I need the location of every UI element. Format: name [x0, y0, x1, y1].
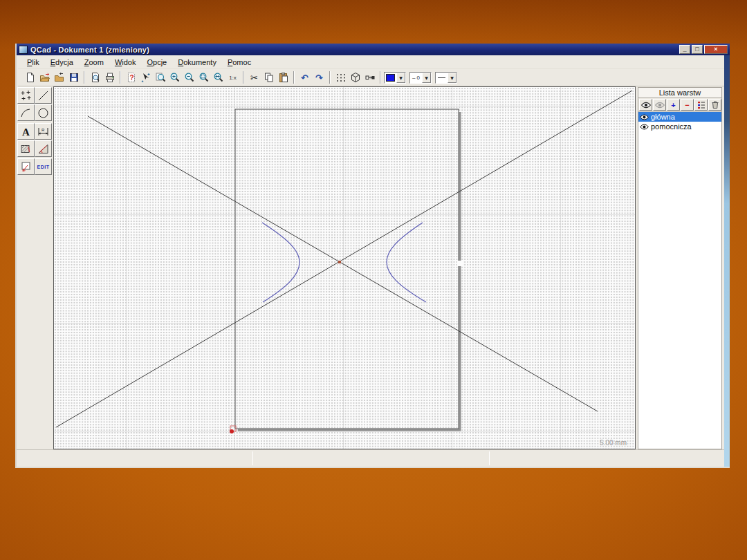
layer-panel-toolbar: + − [638, 98, 721, 112]
scale-1x-button[interactable]: 1:x [225, 71, 240, 84]
menu-item-plik[interactable]: Plik [21, 57, 45, 68]
cut-button[interactable]: ✂ [247, 71, 261, 84]
layer-name: pomocnicza [651, 122, 692, 131]
undo-icon: ↶ [301, 73, 308, 83]
menu-item-dokumenty[interactable]: Dokumenty [172, 57, 222, 68]
menu-item-widok[interactable]: Widok [109, 57, 142, 68]
print-preview-button[interactable] [88, 71, 102, 84]
construction-line-2 [56, 91, 632, 427]
layer-panel-title: Lista warstw [638, 88, 721, 98]
chevron-down-icon: ▼ [450, 75, 454, 80]
zoom-limits-button[interactable] [211, 71, 225, 84]
selection-handle-dot [230, 429, 234, 433]
close-button[interactable]: × [704, 45, 728, 54]
copy-button[interactable] [261, 71, 276, 84]
pen-width-value: – 0 [412, 75, 420, 81]
print-button[interactable] [102, 71, 117, 84]
eye-closed-icon [655, 102, 665, 109]
layer-visibility-icon [640, 114, 649, 120]
main-area: A R [17, 86, 724, 449]
pen-style-dropdown-button[interactable]: ▼ [448, 73, 456, 83]
layer-attributes-icon [697, 101, 706, 109]
undo-button[interactable]: ↶ [297, 71, 312, 84]
maximize-button[interactable]: □ [692, 45, 703, 54]
zoom-out-button[interactable] [182, 71, 196, 84]
dimensions-tool-button[interactable]: R [35, 123, 52, 140]
tag-tool-button[interactable] [17, 158, 35, 175]
open-drawing-icon [39, 72, 50, 83]
eye-open-icon [641, 102, 651, 109]
drawing-svg [54, 87, 635, 449]
toolbar: ? [18, 69, 724, 86]
menu-item-opcje[interactable]: Opcje [141, 57, 172, 68]
status-hint [494, 450, 722, 467]
pen-width-select[interactable]: – 0 ▼ [409, 72, 432, 84]
grid-icon [335, 72, 347, 83]
zoom-window-icon [199, 72, 210, 83]
zoom-pointer-button[interactable] [153, 71, 167, 84]
pen-color-dropdown-button[interactable]: ▼ [396, 73, 405, 83]
status-divider [489, 451, 490, 465]
pen-color-swatch [386, 74, 395, 82]
arcs-tool-button[interactable] [17, 104, 35, 121]
pen-color-select[interactable]: ▼ [384, 72, 406, 84]
status-bar [17, 449, 730, 467]
toolbar-separator [293, 71, 295, 84]
text-tool-icon: A [19, 125, 33, 138]
snap-point [338, 261, 341, 263]
chevron-down-icon: ▼ [425, 75, 428, 80]
cursor-gap [457, 261, 463, 266]
menu-item-zoom[interactable]: Zoom [79, 57, 109, 68]
hatch-tool-icon [19, 142, 33, 156]
zoom-pointer-icon [155, 72, 166, 83]
show-all-layers-button[interactable] [639, 99, 652, 111]
layer-attributes-button[interactable] [694, 99, 708, 111]
edit-tool-button[interactable]: EDIT [35, 158, 52, 175]
zoom-in-button[interactable] [167, 71, 182, 84]
copy-icon [264, 72, 275, 83]
open-drawing-button[interactable] [37, 71, 52, 84]
menu-item-pomoc[interactable]: Pomoc [222, 57, 257, 68]
toolbar-separator [243, 71, 244, 84]
hide-all-layers-button[interactable] [653, 99, 666, 111]
layer-panel: Lista warstw + [638, 87, 722, 449]
hatch-tool-button[interactable] [17, 140, 35, 157]
pen-style-select[interactable]: ▼ [435, 72, 457, 84]
redraw-button[interactable]: ? [124, 71, 138, 84]
hyperbola-left-branch [262, 223, 299, 302]
remove-layer-button[interactable]: − [681, 99, 694, 111]
layer-row-główna[interactable]: główna [638, 112, 721, 122]
chevron-down-icon: ▼ [399, 75, 403, 80]
status-message [257, 450, 486, 467]
add-layer-button[interactable]: + [667, 99, 680, 111]
pen-width-dropdown-button[interactable]: ▼ [422, 73, 431, 83]
points-tool-button[interactable] [17, 87, 35, 104]
zoom-out-icon [184, 72, 195, 83]
toolbar-separator [329, 71, 331, 84]
lines-tool-button[interactable] [35, 87, 52, 104]
draft-mode-button[interactable] [362, 71, 377, 84]
minimize-button[interactable]: _ [679, 45, 690, 54]
measure-tool-button[interactable] [35, 140, 52, 157]
new-document-button[interactable] [23, 71, 37, 84]
delete-layer-button[interactable] [708, 99, 721, 111]
isometric-view-button[interactable] [348, 71, 362, 84]
layer-visibility-icon [640, 124, 649, 130]
zoom-window-button[interactable] [196, 71, 211, 84]
drawing-canvas[interactable]: 5.00 mm [53, 86, 636, 449]
import-drawing-button[interactable] [52, 71, 66, 84]
layer-row-pomocnicza[interactable]: pomocnicza [638, 122, 721, 131]
grid-toggle-button[interactable] [333, 71, 348, 84]
status-divider [252, 451, 253, 465]
toolbar-separator [84, 71, 85, 84]
save-icon [68, 72, 80, 83]
redo-button[interactable]: ↷ [312, 71, 326, 84]
circles-tool-button[interactable] [35, 104, 52, 121]
text-tool-button[interactable]: A [17, 123, 35, 140]
zoom-auto-icon [140, 72, 151, 83]
paste-button[interactable] [276, 71, 290, 84]
menu-item-edycja[interactable]: Edycja [45, 57, 79, 68]
minus-icon: − [685, 102, 689, 109]
save-button[interactable] [66, 71, 81, 84]
zoom-auto-button[interactable] [138, 71, 153, 84]
